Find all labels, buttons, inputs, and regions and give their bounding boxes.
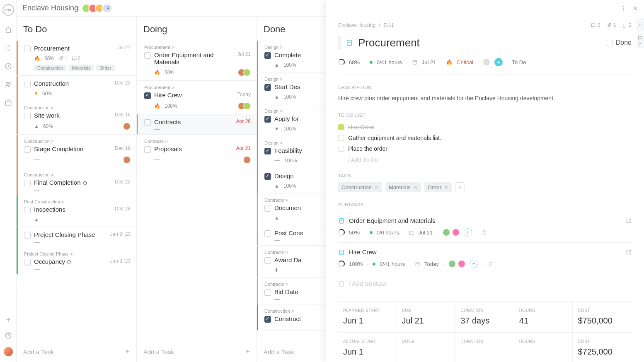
stat-cell[interactable]: ACTUAL STARTJun 1 [338, 332, 397, 362]
stat-cell[interactable]: COST$750,000 [573, 301, 632, 332]
subtask-avatar[interactable] [448, 260, 456, 268]
stat-cell[interactable]: DURATION [455, 332, 514, 362]
card-checkbox[interactable] [264, 289, 271, 296]
stat-cell[interactable]: HOURS [514, 332, 573, 362]
stat-cell[interactable]: HOURS41 [514, 301, 573, 332]
card-checkbox[interactable] [264, 148, 271, 154]
home-icon[interactable] [4, 26, 12, 34]
subtask-avatar[interactable] [458, 260, 465, 268]
avatar-overflow[interactable]: +4 [102, 4, 112, 13]
stat-cell[interactable]: PLANNED STARTJun 1 [338, 301, 397, 332]
clock-icon[interactable] [4, 62, 12, 70]
comment-count[interactable]: 2 [591, 22, 600, 28]
member-avatars[interactable]: +4 [84, 4, 112, 13]
card-checkbox[interactable] [264, 52, 271, 59]
card-avatars[interactable] [240, 69, 251, 76]
card-checkbox[interactable] [24, 259, 31, 265]
add-assignee-button[interactable]: + [464, 228, 472, 237]
add-todo-input[interactable]: / Add To Do [338, 154, 632, 163]
card-avatars[interactable] [240, 102, 251, 110]
attachment-count[interactable]: 1 [606, 22, 616, 28]
help-icon[interactable] [4, 331, 12, 340]
task-card[interactable]: Project Closing Phase Jan 9, 23 [17, 227, 136, 247]
task-card[interactable]: Procurement > Hire Crew Today 🔥 100% [137, 81, 257, 114]
card-avatars[interactable] [125, 156, 131, 164]
stat-cell[interactable]: DUEJul 21 [397, 301, 456, 332]
tag-chip[interactable]: Construction✕ [338, 182, 382, 192]
todo-item[interactable]: Place the order [338, 143, 632, 154]
card-checkbox[interactable] [24, 180, 31, 186]
add-task-button[interactable]: Add a Task+ [17, 342, 136, 362]
done-toggle[interactable]: Done [606, 39, 632, 46]
description-text[interactable]: Hire crew plus order equipment and mater… [338, 94, 632, 103]
task-card[interactable]: Procurement > Order Equipment and Materi… [137, 41, 257, 81]
subtask-avatar[interactable] [443, 229, 450, 236]
card-checkbox[interactable] [264, 257, 271, 264]
stat-cell[interactable]: DONE [397, 332, 456, 362]
task-card[interactable]: Procurement Jul 21 🔥 68% 1 2 Constructio… [17, 41, 136, 76]
card-checkbox[interactable] [24, 46, 31, 52]
done-checkbox[interactable] [606, 40, 613, 46]
add-subtask-input[interactable]: / Add Subtask [338, 274, 632, 293]
todo-checkbox[interactable] [338, 124, 344, 130]
tag-chip[interactable]: Order✕ [424, 182, 452, 192]
task-card[interactable]: Contracts Apr 26 [137, 114, 257, 135]
card-checkbox[interactable] [264, 173, 271, 180]
more-icon[interactable] [620, 5, 627, 12]
task-card[interactable]: Post Construction > Inspections Dec 28 ▲ [17, 195, 136, 227]
delete-icon[interactable] [488, 261, 494, 267]
subtask-count[interactable]: 2 [622, 22, 632, 28]
card-checkbox[interactable] [144, 146, 151, 153]
card-checkbox[interactable] [264, 84, 271, 91]
add-assignee-button[interactable]: + [494, 58, 503, 66]
card-checkbox[interactable] [24, 232, 31, 239]
due-date[interactable]: Jul 21 [422, 59, 436, 65]
task-card[interactable]: Construction > Site work Dec 16 ▲ 60% [17, 101, 136, 135]
open-subtask-icon[interactable] [626, 249, 632, 255]
progress-pct[interactable]: 68% [349, 59, 360, 65]
tag-remove-icon[interactable]: ✕ [413, 184, 418, 191]
sparkle-icon[interactable] [4, 44, 12, 52]
collapse-handle-icon[interactable]: ‹‹ [637, 18, 644, 31]
hours-text[interactable]: 0/41 hours [377, 59, 402, 65]
close-icon[interactable] [632, 5, 638, 11]
briefcase-icon[interactable] [4, 99, 12, 107]
comments-side-tab[interactable]: 2 [637, 33, 644, 48]
task-card[interactable]: Construction Dec 20 ⬆ 60% [17, 76, 136, 101]
tag-chip[interactable]: Materials✕ [385, 182, 421, 192]
tag[interactable]: Construction [34, 65, 66, 71]
task-card[interactable]: Project Closing Phase > Occupancy ◇ Jan … [17, 247, 136, 274]
tag[interactable]: Materials [69, 65, 94, 71]
stat-cell[interactable]: COST$725,000 [573, 332, 632, 362]
open-subtask-icon[interactable] [626, 218, 632, 224]
tag-remove-icon[interactable]: ✕ [444, 184, 448, 191]
card-checkbox[interactable] [24, 146, 31, 153]
card-avatars[interactable] [125, 123, 131, 130]
status-text[interactable]: To Do [512, 59, 526, 65]
card-checkbox[interactable] [264, 316, 271, 323]
card-checkbox[interactable] [24, 113, 31, 119]
card-checkbox[interactable] [144, 52, 151, 59]
task-card[interactable]: Construction > Stage Completion Dec 19 [17, 135, 136, 168]
tag-remove-icon[interactable]: ✕ [374, 184, 379, 191]
subtask-item[interactable]: Order Equipment and Materials 50%· 0/0 h… [338, 211, 632, 243]
user-avatar[interactable] [4, 347, 13, 356]
bc-project[interactable]: Enclave Housing [338, 22, 375, 28]
bc-task-id[interactable]: E-11 [383, 22, 394, 28]
todo-checkbox[interactable] [338, 146, 344, 152]
assignee-avatar[interactable] [483, 58, 490, 66]
delete-icon[interactable] [482, 229, 487, 235]
card-checkbox[interactable] [144, 92, 151, 99]
card-checkbox[interactable] [264, 230, 271, 237]
priority-label[interactable]: Critical [457, 59, 473, 65]
task-card[interactable]: Construction > Final Completion ◇ Dec 20 [17, 168, 136, 195]
card-avatars[interactable] [245, 156, 251, 164]
app-logo[interactable]: PM [2, 4, 14, 16]
plus-icon[interactable] [4, 316, 12, 324]
card-checkbox[interactable] [144, 119, 151, 126]
todo-item[interactable]: Gather equipment and materials list. [338, 133, 632, 143]
card-checkbox[interactable] [264, 116, 271, 123]
subtask-item[interactable]: Hire Crew 100%· 0/41 hours· Today· +· [338, 243, 632, 274]
tag-add-button[interactable]: + [455, 182, 465, 192]
todo-checkbox[interactable] [338, 135, 344, 141]
